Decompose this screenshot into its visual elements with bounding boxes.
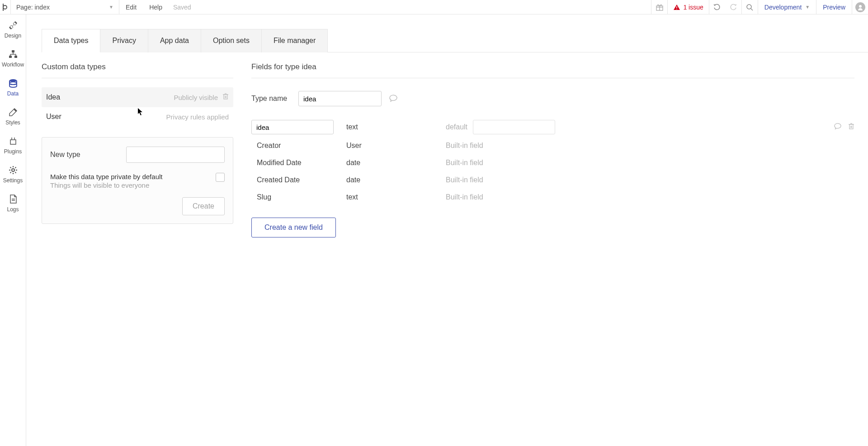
undo-icon[interactable] bbox=[709, 0, 725, 14]
search-icon[interactable] bbox=[741, 0, 758, 14]
page-selector[interactable]: Page: index ▼ bbox=[11, 0, 119, 14]
sidebar-label: Plugins bbox=[4, 148, 22, 155]
tab-data-types[interactable]: Data types bbox=[42, 29, 100, 52]
field-row-slug: Slug text Built-in field bbox=[251, 189, 854, 206]
comment-icon[interactable] bbox=[389, 94, 398, 104]
logs-icon bbox=[9, 193, 18, 205]
field-type: text bbox=[346, 193, 446, 201]
avatar-icon bbox=[855, 2, 865, 12]
type-status: Publicly visible bbox=[174, 94, 218, 101]
tab-file-manager[interactable]: File manager bbox=[261, 29, 328, 52]
type-row-user[interactable]: User Privacy rules applied bbox=[42, 107, 233, 126]
type-list: Idea Publicly visible User Privacy rules… bbox=[42, 87, 233, 126]
sidebar-label: Styles bbox=[5, 119, 20, 126]
create-type-button[interactable]: Create bbox=[182, 197, 225, 215]
topbar-right: 1 issue Development ▼ Preview bbox=[651, 0, 868, 14]
comment-icon[interactable] bbox=[834, 123, 842, 132]
type-name: User bbox=[46, 113, 61, 121]
private-sub: Things will be visible to everyone bbox=[50, 181, 210, 189]
fields-column: Fields for type idea Type name text defa… bbox=[242, 52, 868, 237]
svg-rect-10 bbox=[14, 56, 17, 58]
field-name: Creator bbox=[251, 142, 346, 150]
sidebar-item-data[interactable]: Data bbox=[0, 72, 26, 101]
redo-icon[interactable] bbox=[725, 0, 741, 14]
private-row: Make this data type private by default T… bbox=[50, 173, 225, 189]
new-type-label: New type bbox=[50, 151, 80, 159]
sidebar-item-settings[interactable]: Settings bbox=[0, 159, 26, 188]
data-icon bbox=[8, 77, 18, 90]
preview-button[interactable]: Preview bbox=[816, 0, 852, 14]
svg-point-20 bbox=[12, 169, 14, 171]
fields-title: Fields for type idea bbox=[251, 62, 854, 78]
private-checkbox[interactable] bbox=[216, 173, 225, 182]
workflow-icon bbox=[8, 48, 19, 61]
sidebar-item-styles[interactable]: Styles bbox=[0, 101, 26, 130]
plugins-icon bbox=[8, 135, 18, 147]
sidebar-item-logs[interactable]: Logs bbox=[0, 188, 26, 217]
issues-button[interactable]: 1 issue bbox=[667, 0, 708, 14]
private-label: Make this data type private by default bbox=[50, 173, 210, 180]
sidebar-item-plugins[interactable]: Plugins bbox=[0, 130, 26, 159]
typename-label: Type name bbox=[251, 95, 298, 103]
gift-icon[interactable] bbox=[651, 0, 667, 14]
logo-icon[interactable] bbox=[0, 0, 11, 14]
sidebar-label: Design bbox=[5, 33, 21, 39]
tab-option-sets[interactable]: Option sets bbox=[201, 29, 262, 52]
trash-icon[interactable] bbox=[848, 123, 854, 132]
menu-edit[interactable]: Edit bbox=[119, 0, 143, 14]
new-type-input[interactable] bbox=[126, 147, 225, 163]
topbar-left: Page: index ▼ Edit Help Saved bbox=[0, 0, 196, 14]
private-texts: Make this data type private by default T… bbox=[50, 173, 210, 189]
svg-point-5 bbox=[747, 5, 751, 9]
tab-panel: Custom data types Idea Publicly visible … bbox=[42, 52, 868, 237]
field-type: User bbox=[346, 142, 446, 150]
new-type-row: New type bbox=[50, 147, 225, 163]
tabs: Data types Privacy App data Option sets … bbox=[42, 29, 868, 52]
gear-icon bbox=[8, 164, 18, 176]
tab-privacy[interactable]: Privacy bbox=[100, 29, 148, 52]
field-row-icons bbox=[834, 123, 854, 132]
sidebar-label: Logs bbox=[7, 206, 19, 213]
menu-help[interactable]: Help bbox=[143, 0, 169, 14]
create-btn-row: Create bbox=[50, 197, 225, 215]
tab-app-data[interactable]: App data bbox=[148, 29, 201, 52]
sidebar: Design Workflow Data Styles Plugins bbox=[0, 14, 26, 446]
builtin-note: Built-in field bbox=[446, 193, 483, 201]
field-name-input[interactable] bbox=[251, 120, 334, 134]
builtin-note: Built-in field bbox=[446, 142, 483, 150]
type-row-idea[interactable]: Idea Publicly visible bbox=[42, 87, 233, 107]
design-icon bbox=[8, 19, 19, 32]
svg-line-6 bbox=[751, 9, 753, 10]
trash-icon[interactable] bbox=[222, 93, 229, 102]
svg-rect-23 bbox=[224, 95, 227, 99]
styles-icon bbox=[8, 106, 18, 119]
sidebar-label: Data bbox=[7, 90, 19, 97]
sidebar-label: Workflow bbox=[2, 62, 24, 68]
field-type: date bbox=[346, 176, 446, 184]
sidebar-item-workflow[interactable]: Workflow bbox=[0, 43, 26, 72]
builtin-note: Built-in field bbox=[446, 159, 483, 167]
field-row-modified-date: Modified Date date Built-in field bbox=[251, 154, 854, 171]
topbar: Page: index ▼ Edit Help Saved 1 issue De… bbox=[0, 0, 868, 14]
field-name: Created Date bbox=[251, 176, 346, 184]
svg-rect-17 bbox=[10, 140, 16, 144]
sidebar-item-design[interactable]: Design bbox=[0, 14, 26, 43]
new-type-box: New type Make this data type private by … bbox=[42, 137, 233, 224]
field-row-custom: text default bbox=[251, 117, 854, 137]
field-row-creator: Creator User Built-in field bbox=[251, 137, 854, 154]
chevron-down-icon: ▼ bbox=[109, 5, 113, 9]
typename-input[interactable] bbox=[298, 91, 382, 106]
chevron-down-icon: ▼ bbox=[805, 5, 810, 9]
svg-rect-8 bbox=[12, 50, 14, 52]
default-label: default bbox=[446, 123, 473, 131]
svg-point-7 bbox=[859, 5, 862, 8]
svg-point-4 bbox=[677, 9, 678, 9]
field-default-input[interactable] bbox=[473, 120, 555, 134]
svg-rect-28 bbox=[849, 124, 853, 129]
environment-label: Development bbox=[764, 4, 802, 11]
field-name: Slug bbox=[251, 193, 346, 201]
environment-selector[interactable]: Development ▼ bbox=[758, 0, 816, 14]
custom-types-column: Custom data types Idea Publicly visible … bbox=[42, 52, 242, 237]
create-field-button[interactable]: Create a new field bbox=[251, 218, 336, 237]
user-avatar[interactable] bbox=[852, 0, 868, 14]
